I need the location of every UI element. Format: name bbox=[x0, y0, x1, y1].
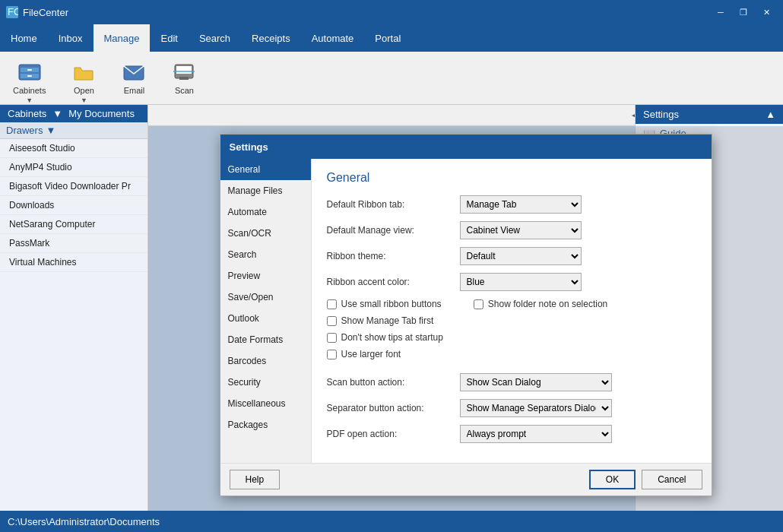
default-ribbon-tab-select[interactable]: Manage Tab Home Tab bbox=[460, 195, 582, 214]
svg-rect-11 bbox=[173, 71, 195, 72]
drawers-header[interactable]: Drawers ▼ bbox=[0, 122, 147, 139]
pdf-action-label: PDF open action: bbox=[327, 429, 460, 439]
show-manage-row: Show Manage Tab first bbox=[327, 315, 443, 326]
drawer-item-2[interactable]: Bigasoft Video Downloader Pr bbox=[0, 177, 147, 196]
settings-panel-title: Settings bbox=[643, 109, 679, 120]
menu-edit[interactable]: Edit bbox=[150, 24, 188, 52]
larger-font-checkbox[interactable] bbox=[327, 350, 337, 359]
main-layout: Cabinets ▼ My Documents Drawers ▼ Aisees… bbox=[0, 105, 783, 511]
settings-nav: General Manage Files Automate Scan/OCR S… bbox=[220, 159, 312, 463]
col-left: Use small ribbon buttons Show Manage Tab… bbox=[327, 299, 443, 366]
open-button[interactable]: Open ▼ bbox=[65, 56, 103, 108]
default-manage-view-row: Default Manage view: Cabinet View Folder… bbox=[327, 221, 696, 239]
no-tips-row: Don't show tips at startup bbox=[327, 332, 443, 343]
menu-manage[interactable]: Manage bbox=[94, 24, 151, 52]
drawer-list: Aiseesoft Studio AnyMP4 Studio Bigasoft … bbox=[0, 139, 147, 272]
nav-general[interactable]: General bbox=[220, 159, 311, 180]
nav-scan-ocr[interactable]: Scan/OCR bbox=[220, 223, 311, 244]
dialog-title: Settings bbox=[230, 141, 268, 153]
svg-rect-6 bbox=[27, 75, 32, 77]
restore-button[interactable]: ❐ bbox=[733, 5, 754, 20]
menu-search[interactable]: Search bbox=[189, 24, 241, 52]
menu-home[interactable]: Home bbox=[0, 24, 48, 52]
default-ribbon-tab-label: Default Ribbon tab: bbox=[327, 199, 460, 210]
pdf-action-select[interactable]: Always prompt Open in viewer bbox=[460, 425, 612, 443]
ribbon-theme-select[interactable]: Default Dark bbox=[460, 247, 582, 265]
folder-note-label[interactable]: Show folder note on selection bbox=[488, 299, 607, 309]
folder-note-checkbox[interactable] bbox=[474, 299, 483, 309]
cabinets-button[interactable]: Cabinets ▼ bbox=[6, 56, 52, 108]
cabinets-header: Cabinets ▼ My Documents bbox=[0, 105, 147, 122]
dialog-footer: Help OK Cancel bbox=[220, 463, 712, 496]
cabinets-icon bbox=[17, 60, 42, 84]
cabinets-label: Cabinets bbox=[13, 86, 46, 95]
ribbon: Cabinets ▼ Open ▼ Email Scan bbox=[0, 52, 783, 105]
col-right: Show folder note on selection bbox=[474, 299, 607, 366]
scan-action-label: Scan button action: bbox=[327, 377, 460, 388]
small-ribbon-checkbox[interactable] bbox=[327, 299, 337, 309]
larger-font-row: Use larger font bbox=[327, 349, 443, 359]
drawer-item-3[interactable]: Downloads bbox=[0, 196, 147, 215]
menu-bar: Home Inbox Manage Edit Search Receipts A… bbox=[0, 24, 783, 52]
menu-automate[interactable]: Automate bbox=[301, 24, 365, 52]
settings-dialog: Settings General Manage Files Automate S… bbox=[220, 134, 712, 496]
ribbon-accent-color-select[interactable]: Blue Silver Black bbox=[460, 273, 582, 291]
nav-barcodes[interactable]: Barcodes bbox=[220, 350, 311, 372]
nav-outlook[interactable]: Outlook bbox=[220, 308, 311, 329]
nav-save-open[interactable]: Save/Open bbox=[220, 287, 311, 308]
drawer-item-0[interactable]: Aiseesoft Studio bbox=[0, 139, 147, 158]
modal-overlay: Settings General Manage Files Automate S… bbox=[148, 126, 783, 511]
nav-packages[interactable]: Packages bbox=[220, 414, 311, 435]
scan-icon bbox=[172, 60, 196, 84]
app-icon: FC bbox=[6, 6, 18, 18]
cabinets-header-label[interactable]: Cabinets bbox=[8, 108, 46, 119]
nav-security[interactable]: Security bbox=[220, 372, 311, 393]
open-dropdown[interactable]: ▼ bbox=[81, 97, 87, 104]
footer-right: OK Cancel bbox=[589, 470, 702, 489]
show-manage-label[interactable]: Show Manage Tab first bbox=[341, 315, 434, 326]
larger-font-label[interactable]: Use larger font bbox=[341, 349, 401, 359]
no-tips-checkbox[interactable] bbox=[327, 333, 337, 343]
email-label: Email bbox=[124, 86, 145, 95]
no-tips-label[interactable]: Don't show tips at startup bbox=[341, 332, 443, 343]
collapse-icon[interactable]: ▲ bbox=[766, 109, 775, 120]
help-button[interactable]: Help bbox=[230, 470, 281, 489]
cabinets-dropdown[interactable]: ▼ bbox=[26, 97, 33, 104]
ok-button[interactable]: OK bbox=[589, 470, 636, 489]
settings-section-title: General bbox=[327, 171, 696, 185]
scan-button[interactable]: Scan bbox=[165, 56, 203, 99]
nav-search[interactable]: Search bbox=[220, 244, 311, 265]
default-manage-view-select[interactable]: Cabinet View Folder View bbox=[460, 221, 582, 239]
nav-miscellaneous[interactable]: Miscellaneous bbox=[220, 393, 311, 414]
show-manage-checkbox[interactable] bbox=[327, 316, 337, 326]
settings-content: General Default Ribbon tab: Manage Tab H… bbox=[312, 159, 712, 463]
nav-date-formats[interactable]: Date Formats bbox=[220, 329, 311, 350]
separator-action-select[interactable]: Show Manage Separators Dialog Other bbox=[460, 399, 612, 417]
default-ribbon-tab-row: Default Ribbon tab: Manage Tab Home Tab bbox=[327, 195, 696, 214]
cancel-button[interactable]: Cancel bbox=[642, 470, 702, 489]
drawer-item-5[interactable]: PassMark bbox=[0, 234, 147, 253]
drawers-chevron: ▼ bbox=[46, 125, 55, 136]
menu-receipts[interactable]: Receipts bbox=[241, 24, 301, 52]
menu-portal[interactable]: Portal bbox=[364, 24, 411, 52]
email-button[interactable]: Email bbox=[115, 56, 153, 99]
nav-manage-files[interactable]: Manage Files bbox=[220, 180, 311, 201]
scan-action-row: Scan button action: Show Scan Dialog Sca… bbox=[327, 373, 696, 391]
dialog-body: General Manage Files Automate Scan/OCR S… bbox=[220, 159, 712, 463]
drawer-item-1[interactable]: AnyMP4 Studio bbox=[0, 158, 147, 177]
header-separator: ▼ bbox=[52, 108, 62, 119]
nav-automate[interactable]: Automate bbox=[220, 201, 311, 223]
nav-preview[interactable]: Preview bbox=[220, 265, 311, 287]
close-button[interactable]: ✕ bbox=[756, 5, 777, 20]
menu-inbox[interactable]: Inbox bbox=[48, 24, 94, 52]
small-ribbon-label[interactable]: Use small ribbon buttons bbox=[341, 299, 442, 309]
pdf-action-row: PDF open action: Always prompt Open in v… bbox=[327, 425, 696, 443]
separator-action-label: Separator button action: bbox=[327, 403, 460, 413]
drawer-item-6[interactable]: Virtual Machines bbox=[0, 253, 147, 272]
my-documents-label[interactable]: My Documents bbox=[68, 108, 135, 119]
ribbon-accent-color-label: Ribbon accent color: bbox=[327, 277, 460, 287]
svg-rect-9 bbox=[176, 66, 192, 74]
minimize-button[interactable]: ─ bbox=[710, 5, 731, 20]
scan-action-select[interactable]: Show Scan Dialog Scan Immediately bbox=[460, 373, 612, 391]
drawer-item-4[interactable]: NetSarang Computer bbox=[0, 215, 147, 234]
